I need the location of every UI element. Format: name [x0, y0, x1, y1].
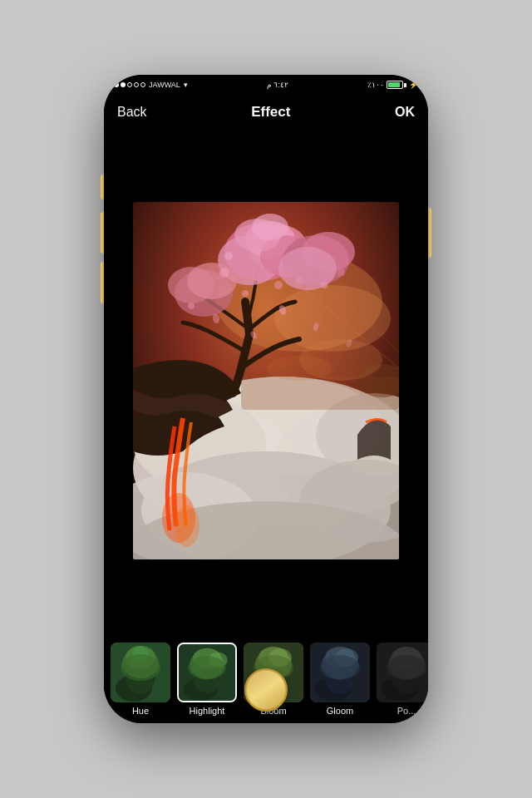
battery-tip: [404, 83, 406, 87]
signal-dot-1: [114, 82, 119, 87]
svg-point-27: [252, 214, 288, 240]
svg-point-34: [274, 281, 283, 289]
volume-up-button: [101, 212, 104, 254]
signal-dot-4: [134, 82, 139, 87]
charging-icon: ⚡: [409, 81, 418, 89]
filter-highlight-label: Highlight: [190, 706, 225, 716]
battery-fill: [388, 82, 400, 87]
power-button: [428, 208, 431, 258]
status-left: JAWWAL ▾: [114, 81, 188, 89]
filter-hue-label: Hue: [132, 706, 149, 716]
page-title: Effect: [251, 104, 290, 121]
filter-highlight-thumb: [177, 643, 237, 702]
signal-dot-2: [121, 82, 126, 87]
filter-hue[interactable]: Hue: [111, 643, 170, 716]
status-time: ٦:٤٢ م: [267, 81, 288, 89]
svg-point-25: [187, 263, 237, 299]
status-bar: JAWWAL ▾ ٦:٤٢ م ٪١٠٠ ⚡: [104, 75, 428, 95]
ok-button[interactable]: OK: [395, 105, 415, 120]
signal-dot-5: [140, 82, 145, 87]
back-button[interactable]: Back: [117, 105, 147, 120]
filter-hue-thumb: [111, 643, 170, 702]
main-image: [133, 202, 399, 559]
wifi-icon: ▾: [184, 81, 188, 89]
filter-gloom-thumb: [310, 643, 370, 702]
filter-gloom-label: Gloom: [327, 706, 353, 716]
svg-point-22: [278, 247, 337, 290]
home-button[interactable]: [244, 668, 288, 712]
svg-point-59: [188, 656, 225, 679]
phone-frame: JAWWAL ▾ ٦:٤٢ م ٪١٠٠ ⚡ Back Effect OK: [104, 75, 428, 723]
signal-dot-3: [127, 82, 132, 87]
svg-point-30: [337, 268, 345, 277]
battery-indicator: [387, 81, 406, 89]
svg-point-44: [266, 356, 332, 381]
image-preview-area: [104, 130, 428, 632]
filter-po[interactable]: Po...: [377, 643, 428, 716]
svg-point-73: [320, 655, 360, 680]
filter-po-thumb: [377, 643, 428, 702]
svg-point-28: [219, 268, 229, 278]
svg-point-29: [295, 277, 303, 285]
navigation-bar: Back Effect OK: [104, 95, 428, 130]
filter-gloom[interactable]: Gloom: [310, 643, 370, 716]
status-right: ٪١٠٠ ⚡: [367, 81, 418, 89]
svg-point-32: [224, 252, 233, 260]
signal-indicator: [114, 82, 145, 87]
carrier-label: JAWWAL: [149, 81, 180, 89]
volume-down-button: [101, 262, 104, 303]
svg-point-35: [242, 290, 249, 297]
svg-point-52: [121, 654, 160, 681]
mute-button: [101, 175, 104, 200]
signal-percent: ٪١٠٠: [367, 81, 384, 89]
filter-po-label: Po...: [397, 706, 416, 716]
battery-body: [387, 81, 403, 89]
svg-point-31: [188, 303, 195, 309]
screen: JAWWAL ▾ ٦:٤٢ م ٪١٠٠ ⚡ Back Effect OK: [104, 75, 428, 723]
svg-point-79: [387, 655, 426, 680]
svg-point-14: [175, 505, 200, 547]
filter-highlight[interactable]: Highlight: [177, 643, 237, 716]
